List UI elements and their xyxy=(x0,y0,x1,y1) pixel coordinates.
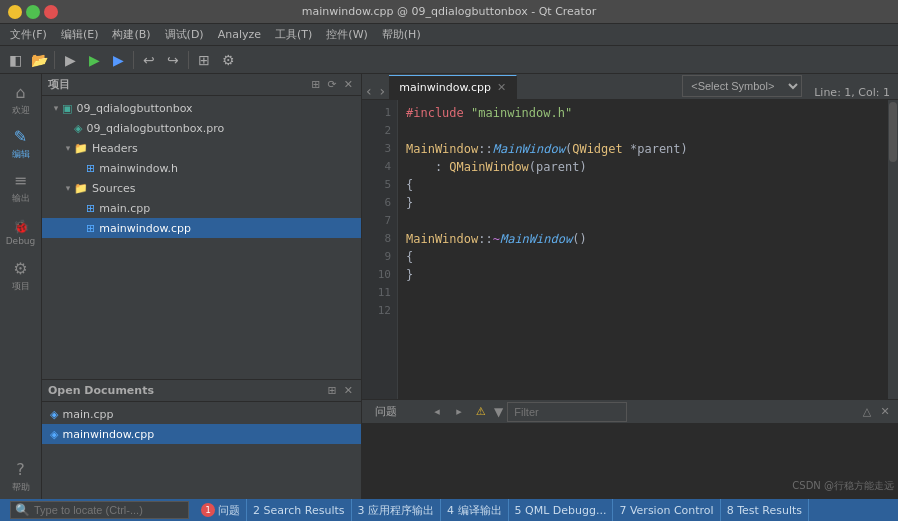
menu-file[interactable]: 文件(F) xyxy=(4,25,53,44)
status-search-results[interactable]: 2 Search Results xyxy=(247,499,352,521)
symbol-select[interactable]: <Select Symbol> xyxy=(682,75,802,97)
sidebar-output-label: 输出 xyxy=(12,192,30,205)
line-num-2: 2 xyxy=(362,122,397,140)
sidebar-output[interactable]: ≡ 输出 xyxy=(2,166,40,210)
code-line-6: } xyxy=(406,194,888,212)
line-num-4: 4 xyxy=(362,158,397,176)
menu-debug[interactable]: 调试(D) xyxy=(159,25,210,44)
tree-item-pro[interactable]: ◈ 09_qdialogbuttonbox.pro xyxy=(42,118,361,138)
sidebar-welcome-label: 欢迎 xyxy=(12,104,30,117)
toolbar-new[interactable]: ◧ xyxy=(4,49,26,71)
status-app-output[interactable]: 3 应用程序输出 xyxy=(352,499,442,521)
file-panel-sync[interactable]: ⟳ xyxy=(326,78,339,91)
bottom-panel-close[interactable]: ✕ xyxy=(876,403,894,421)
tab-next-arrow[interactable]: › xyxy=(376,83,390,99)
toolbar-locate[interactable]: ⊞ xyxy=(193,49,215,71)
status-search-label: 2 Search Results xyxy=(253,504,345,517)
open-doc-mainwindow-cpp[interactable]: ◈ mainwindow.cpp xyxy=(42,424,361,444)
status-issues-label: 问题 xyxy=(218,503,240,518)
code-editor[interactable]: 1 2 3 4 5 6 7 8 9 10 11 12 #include "mai… xyxy=(362,100,888,399)
status-vcs-label: 7 Version Control xyxy=(619,504,713,517)
status-search-input[interactable] xyxy=(34,504,184,516)
minimize-button[interactable] xyxy=(8,5,22,19)
menu-controls[interactable]: 控件(W) xyxy=(320,25,373,44)
line-num-8: 8 xyxy=(362,230,397,248)
toolbar-options[interactable]: ⚙ xyxy=(217,49,239,71)
status-issues[interactable]: 1 问题 xyxy=(195,499,247,521)
output-icon: ≡ xyxy=(14,171,27,190)
code-content[interactable]: #include "mainwindow.h" MainWindow::Main… xyxy=(398,100,888,399)
menu-analyze[interactable]: Analyze xyxy=(212,26,267,43)
open-docs-close[interactable]: ✕ xyxy=(342,384,355,397)
maximize-button[interactable] xyxy=(26,5,40,19)
line-num-10: 10 xyxy=(362,266,397,284)
bottom-panel-float[interactable]: △ xyxy=(858,403,876,421)
file-panel-header: 项目 ⊞ ⟳ ✕ xyxy=(42,74,361,96)
tree-item-main-cpp[interactable]: ⊞ main.cpp xyxy=(42,198,361,218)
tree-item-mainwindow-h[interactable]: ⊞ mainwindow.h xyxy=(42,158,361,178)
tree-label-pro: 09_qdialogbuttonbox.pro xyxy=(86,122,224,135)
file-panel-close[interactable]: ✕ xyxy=(342,78,355,91)
pro-icon: ◈ xyxy=(74,122,82,135)
sources-icon: 📁 xyxy=(74,182,88,195)
status-qml-label: 5 QML Debugg... xyxy=(515,504,607,517)
code-line-8: MainWindow::~MainWindow() xyxy=(406,230,888,248)
bottom-panel: 问题 ◂ ▸ ⚠ ▼ △ ✕ xyxy=(362,399,898,499)
tree-item-headers[interactable]: ▾ 📁 Headers xyxy=(42,138,361,158)
status-test[interactable]: 8 Test Results xyxy=(721,499,809,521)
menu-help[interactable]: 帮助(H) xyxy=(376,25,427,44)
file-panel-filter[interactable]: ⊞ xyxy=(309,78,322,91)
toolbar-redo[interactable]: ↪ xyxy=(162,49,184,71)
tab-prev-arrow[interactable]: ‹ xyxy=(362,83,376,99)
sidebar-debug-label: Debug xyxy=(6,236,36,246)
sidebar-help-label: 帮助 xyxy=(12,481,30,494)
close-button[interactable] xyxy=(44,5,58,19)
menu-build[interactable]: 构建(B) xyxy=(106,25,156,44)
sidebar-edit[interactable]: ✎ 编辑 xyxy=(2,122,40,166)
menu-tools[interactable]: 工具(T) xyxy=(269,25,318,44)
sidebar-welcome[interactable]: ⌂ 欢迎 xyxy=(2,78,40,122)
toolbar-build[interactable]: ▶ xyxy=(59,49,81,71)
status-search[interactable]: 🔍 xyxy=(10,501,189,519)
editor-tab-mainwindow[interactable]: mainwindow.cpp ✕ xyxy=(389,75,517,99)
status-qml[interactable]: 5 QML Debugg... xyxy=(509,499,614,521)
bottom-warning-icon: ⚠ xyxy=(472,403,490,421)
toolbar-undo[interactable]: ↩ xyxy=(138,49,160,71)
sidebar-help[interactable]: ? 帮助 xyxy=(2,455,40,499)
scrollbar-thumb[interactable] xyxy=(889,102,897,162)
projects-icon: ⚙ xyxy=(13,259,27,278)
open-doc-main-cpp[interactable]: ◈ main.cpp xyxy=(42,404,361,424)
tree-item-sources[interactable]: ▾ 📁 Sources xyxy=(42,178,361,198)
toolbar-run[interactable]: ▶ xyxy=(83,49,105,71)
status-compile[interactable]: 4 编译输出 xyxy=(441,499,509,521)
editor-tab-close[interactable]: ✕ xyxy=(497,81,506,94)
toolbar-debug-run[interactable]: ▶ xyxy=(107,49,129,71)
arrow-headers: ▾ xyxy=(62,143,74,153)
bottom-arrow-right[interactable]: ▸ xyxy=(450,403,468,421)
bottom-tab-issues[interactable]: 问题 xyxy=(366,401,406,423)
arrow-sources: ▾ xyxy=(62,183,74,193)
code-line-7 xyxy=(406,212,888,230)
tree-item-project[interactable]: ▾ ▣ 09_qdialogbuttonbox xyxy=(42,98,361,118)
doc-icon-main: ◈ xyxy=(50,408,58,421)
filter-input[interactable] xyxy=(507,402,627,422)
open-docs-filter[interactable]: ⊞ xyxy=(326,384,339,397)
open-docs-title: Open Documents xyxy=(48,384,154,397)
line-numbers: 1 2 3 4 5 6 7 8 9 10 11 12 xyxy=(362,100,398,399)
status-vcs[interactable]: 7 Version Control xyxy=(613,499,720,521)
bottom-arrow-left[interactable]: ◂ xyxy=(428,403,446,421)
open-docs-header: Open Documents ⊞ ✕ xyxy=(42,380,361,402)
open-docs-controls: ⊞ ✕ xyxy=(326,384,355,397)
sidebar-debug[interactable]: 🐞 Debug xyxy=(2,210,40,254)
sidebar-projects[interactable]: ⚙ 项目 xyxy=(2,254,40,298)
editor-scrollbar[interactable] xyxy=(888,100,898,399)
bottom-tab-search[interactable] xyxy=(406,401,424,423)
menu-edit[interactable]: 编辑(E) xyxy=(55,25,105,44)
arrow-project: ▾ xyxy=(50,103,62,113)
cpp-icon-mainwindow: ⊞ xyxy=(86,222,95,235)
main-area: ⌂ 欢迎 ✎ 编辑 ≡ 输出 🐞 Debug ⚙ 项目 ? 帮助 项目 ⊞ xyxy=(0,74,898,499)
code-line-5: { xyxy=(406,176,888,194)
toolbar-open[interactable]: 📂 xyxy=(28,49,50,71)
line-num-3: 3 xyxy=(362,140,397,158)
tree-item-mainwindow-cpp[interactable]: ⊞ mainwindow.cpp xyxy=(42,218,361,238)
